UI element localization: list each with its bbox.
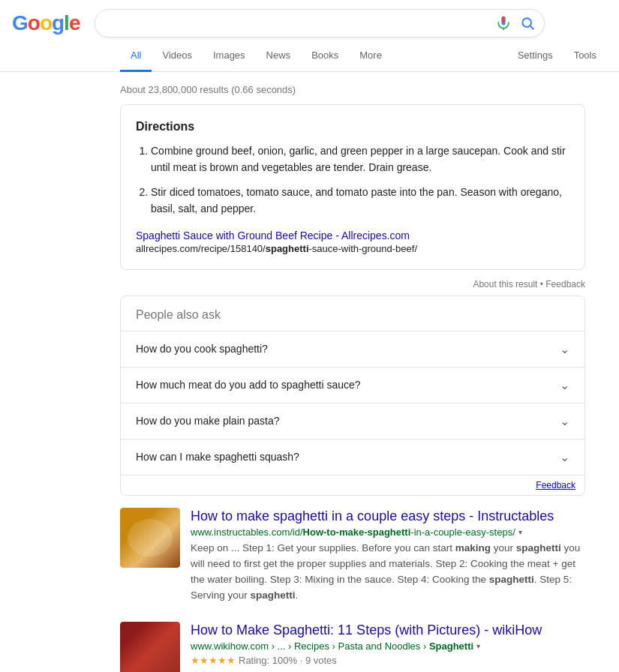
paa-feedback: Feedback (121, 475, 584, 495)
results-area: About 23,800,000 results (0.66 seconds) … (0, 72, 585, 672)
settings-link[interactable]: Settings (507, 40, 563, 72)
featured-step-1: Combine ground beef, onion, garlic, and … (151, 142, 569, 176)
result-url-2: www.wikihow.com › ... › Recipes › Pasta … (191, 640, 585, 652)
featured-snippet-title: Directions (136, 120, 569, 134)
result-image-1 (120, 508, 180, 568)
tab-images[interactable]: Images (203, 40, 256, 72)
chevron-down-icon: ⌄ (560, 414, 569, 428)
result-title-2: How to Make Spaghetti: 11 Steps (with Pi… (191, 622, 585, 639)
result-link-1[interactable]: How to make spaghetti in a couple easy s… (191, 508, 554, 524)
paa-question-2[interactable]: How much meat do you add to spaghetti sa… (121, 367, 584, 403)
search-result-2: How to Make Spaghetti: 11 Steps (with Pi… (120, 622, 585, 672)
microphone-icon (496, 16, 511, 31)
about-result: About this result • Feedback (120, 276, 585, 296)
result-snippet-1: Keep on ... Step 1: Get your supplies. B… (191, 541, 585, 604)
search-button[interactable] (520, 16, 535, 31)
voice-search-button[interactable] (496, 16, 511, 31)
paa-question-3[interactable]: How do you make plain pasta? ⌄ (121, 403, 584, 439)
featured-snippet: Directions Combine ground beef, onion, g… (120, 104, 585, 270)
tab-videos[interactable]: Videos (152, 40, 203, 72)
url-dropdown-icon[interactable]: ▾ (518, 528, 522, 536)
tools-link[interactable]: Tools (563, 40, 607, 72)
result-image-2 (120, 622, 180, 672)
paa-feedback-link[interactable]: Feedback (536, 480, 575, 490)
result-title-1: How to make spaghetti in a couple easy s… (191, 508, 585, 525)
featured-snippet-steps: Combine ground beef, onion, garlic, and … (151, 142, 569, 218)
tab-all[interactable]: All (120, 40, 152, 72)
tab-books[interactable]: Books (301, 40, 349, 72)
result-thumb-2 (120, 622, 180, 672)
paa-title: People also ask (121, 296, 584, 331)
tab-more[interactable]: More (349, 40, 392, 72)
featured-snippet-link[interactable]: Spaghetti Sauce with Ground Beef Recipe … (136, 230, 569, 242)
about-result-link[interactable]: About this result • Feedback (473, 279, 585, 290)
result-content-2: How to Make Spaghetti: 11 Steps (with Pi… (191, 622, 585, 672)
nav-right: Settings Tools (507, 40, 619, 71)
nav-tabs: All Videos Images News Books More Settin… (0, 40, 619, 72)
paa-question-1[interactable]: How do you cook spaghetti? ⌄ (121, 331, 584, 367)
search-result-1: How to make spaghetti in a couple easy s… (120, 508, 585, 604)
search-icon (520, 16, 535, 31)
tab-news[interactable]: News (256, 40, 302, 72)
result-link-2[interactable]: How to Make Spaghetti: 11 Steps (with Pi… (191, 622, 542, 638)
search-input[interactable]: how to make spaghetti (104, 16, 496, 30)
rating-row: ★★★★★ Rating: 100% · 9 votes (191, 655, 585, 666)
url-dropdown-icon-2[interactable]: ▾ (476, 642, 480, 650)
result-thumb-1 (120, 508, 180, 568)
search-bar: how to make spaghetti (95, 9, 545, 38)
rating-stars: ★★★★★ (191, 655, 236, 666)
result-snippet-2: Part 1. Cooking the Spaghetti. Fill a me… (191, 669, 585, 672)
result-content-1: How to make spaghetti in a couple easy s… (191, 508, 585, 604)
google-logo[interactable]: Google (12, 11, 80, 35)
chevron-down-icon: ⌄ (560, 378, 569, 392)
chevron-down-icon: ⌄ (560, 342, 569, 356)
chevron-down-icon: ⌄ (560, 450, 569, 464)
result-stats: About 23,800,000 results (0.66 seconds) (120, 78, 585, 104)
featured-snippet-url: allrecipes.com/recipe/158140/spaghetti-s… (136, 243, 569, 254)
paa-question-4[interactable]: How can I make spaghetti squash? ⌄ (121, 439, 584, 475)
svg-point-0 (523, 18, 532, 27)
svg-line-1 (530, 26, 534, 30)
featured-step-2: Stir diced tomatoes, tomato sauce, and t… (151, 184, 569, 218)
result-url-1: www.instructables.com/id/How-to-make-spa… (191, 526, 585, 538)
search-icons (496, 16, 535, 31)
rating-text: Rating: 100% · 9 votes (239, 655, 337, 666)
header: Google how to make spaghetti (0, 0, 619, 38)
people-also-ask-card: People also ask How do you cook spaghett… (120, 296, 585, 496)
